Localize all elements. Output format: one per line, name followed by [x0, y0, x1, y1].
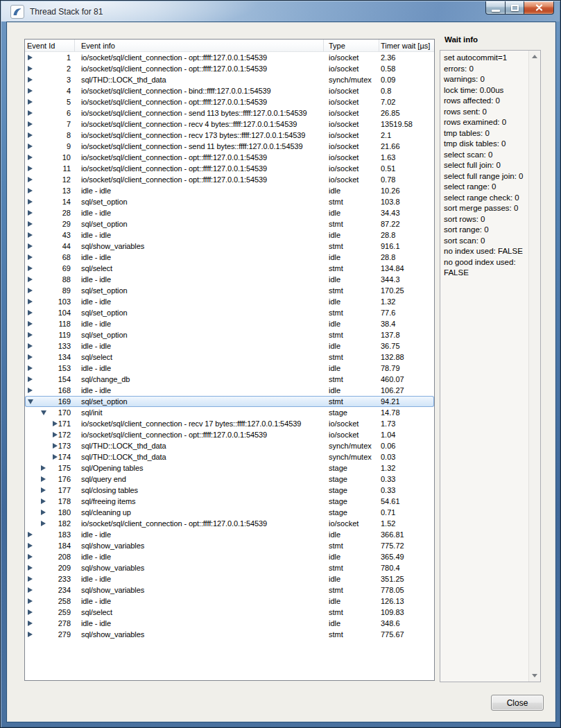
table-row[interactable]: 43 idle - idle idle 28.8	[25, 229, 434, 241]
table-row[interactable]: 183 idle - idle idle 366.81	[25, 529, 434, 540]
expand-arrow-icon[interactable]	[28, 88, 33, 94]
table-row[interactable]: 134 sql/select stmt 132.88	[25, 352, 434, 363]
expand-arrow-icon[interactable]	[28, 210, 33, 216]
scroll-up-button[interactable]	[529, 51, 540, 62]
expand-arrow-icon[interactable]	[28, 576, 33, 582]
expand-arrow-icon[interactable]	[53, 443, 58, 449]
table-row[interactable]: 12 io/socket/sql/client_connection - opt…	[25, 174, 434, 185]
titlebar[interactable]: Thread Stack for 81	[1, 1, 560, 21]
table-row[interactable]: 3 sql/THD::LOCK_thd_data synch/mutex 0.0…	[25, 74, 434, 85]
expand-arrow-icon[interactable]	[28, 66, 33, 71]
table-row[interactable]: 14 sql/set_option stmt 103.8	[25, 196, 434, 207]
expand-arrow-icon[interactable]	[53, 432, 58, 437]
table-row[interactable]: 173 sql/THD::LOCK_thd_data synch/mutex 0…	[25, 440, 434, 451]
expand-arrow-icon[interactable]	[28, 166, 33, 171]
wait-info-scrollbar[interactable]	[528, 51, 540, 682]
table-row[interactable]: 133 idle - idle idle 36.75	[25, 340, 434, 352]
table-row[interactable]: 168 idle - idle idle 106.27	[25, 385, 434, 396]
table-row[interactable]: 9 io/socket/sql/client_connection - send…	[25, 141, 434, 152]
expand-arrow-icon[interactable]	[41, 465, 46, 471]
table-row[interactable]: 69 sql/select stmt 134.84	[25, 263, 434, 274]
expand-arrow-icon[interactable]	[28, 254, 33, 260]
expand-arrow-icon[interactable]	[28, 243, 33, 249]
expand-arrow-icon[interactable]	[28, 532, 33, 537]
scroll-down-button[interactable]	[529, 670, 540, 682]
table-row[interactable]: 68 idle - idle idle 28.8	[25, 252, 434, 263]
expand-arrow-icon[interactable]	[53, 421, 58, 426]
scrollbar-track[interactable]	[529, 62, 540, 670]
table-row[interactable]: 279 sql/show_variables stmt 775.67	[25, 629, 434, 640]
table-row[interactable]: 89 sql/set_option stmt 170.25	[25, 285, 434, 296]
column-header-timer-wait[interactable]: Timer wait [µs]	[379, 40, 434, 51]
table-row[interactable]: 169 sql/set_option stmt 94.21	[25, 396, 434, 407]
maximize-button[interactable]	[506, 1, 524, 15]
expand-arrow-icon[interactable]	[28, 365, 33, 371]
close-button[interactable]: Close	[491, 695, 544, 711]
table-row[interactable]: 184 sql/show_variables stmt 775.72	[25, 540, 434, 551]
column-header-event-info[interactable]: Event info	[75, 40, 324, 51]
table-row[interactable]: 174 sql/THD::LOCK_thd_data synch/mutex 0…	[25, 451, 434, 462]
expand-arrow-icon[interactable]	[28, 177, 33, 182]
expand-arrow-icon[interactable]	[28, 288, 33, 293]
table-row[interactable]: 278 idle - idle idle 348.6	[25, 618, 434, 629]
table-row[interactable]: 177 sql/closing tables stage 0.33	[25, 485, 434, 496]
expand-arrow-icon[interactable]	[28, 343, 33, 349]
expand-arrow-icon[interactable]	[28, 277, 33, 282]
expand-arrow-icon[interactable]	[41, 476, 46, 482]
expand-arrow-icon[interactable]	[28, 110, 33, 116]
table-row[interactable]: 103 idle - idle idle 1.32	[25, 296, 434, 307]
expand-arrow-icon[interactable]	[28, 399, 33, 404]
expand-arrow-icon[interactable]	[28, 310, 33, 315]
table-row[interactable]: 153 idle - idle idle 78.79	[25, 363, 434, 374]
table-row[interactable]: 258 idle - idle idle 126.13	[25, 596, 434, 607]
table-row[interactable]: 10 io/socket/sql/client_connection - opt…	[25, 152, 434, 163]
table-row[interactable]: 13 idle - idle idle 10.26	[25, 185, 434, 196]
expand-arrow-icon[interactable]	[41, 510, 46, 515]
expand-arrow-icon[interactable]	[28, 376, 33, 382]
expand-arrow-icon[interactable]	[41, 487, 46, 493]
table-row[interactable]: 8 io/socket/sql/client_connection - recv…	[25, 130, 434, 141]
table-row[interactable]: 209 sql/show_variables stmt 780.4	[25, 562, 434, 573]
table-row[interactable]: 5 io/socket/sql/client_connection - opt:…	[25, 96, 434, 107]
expand-arrow-icon[interactable]	[28, 621, 33, 626]
app-icon[interactable]	[10, 5, 24, 19]
expand-arrow-icon[interactable]	[28, 543, 33, 548]
expand-arrow-icon[interactable]	[28, 199, 33, 205]
column-header-event-id[interactable]: Event Id	[25, 40, 75, 51]
table-row[interactable]: 1 io/socket/sql/client_connection - opt:…	[25, 52, 434, 63]
column-header-type[interactable]: Type	[324, 40, 379, 51]
table-row[interactable]: 178 sql/freeing items stage 54.61	[25, 496, 434, 507]
expand-arrow-icon[interactable]	[28, 388, 33, 393]
expand-arrow-icon[interactable]	[28, 144, 33, 149]
table-row[interactable]: 6 io/socket/sql/client_connection - send…	[25, 107, 434, 119]
table-row[interactable]: 28 idle - idle idle 34.43	[25, 207, 434, 218]
expand-arrow-icon[interactable]	[28, 565, 33, 571]
expand-arrow-icon[interactable]	[28, 321, 33, 327]
table-row[interactable]: 44 sql/show_variables stmt 916.1	[25, 241, 434, 252]
expand-arrow-icon[interactable]	[28, 632, 33, 637]
expand-arrow-icon[interactable]	[28, 354, 33, 360]
expand-arrow-icon[interactable]	[28, 554, 33, 560]
expand-arrow-icon[interactable]	[41, 521, 46, 526]
expand-arrow-icon[interactable]	[28, 188, 33, 193]
expand-arrow-icon[interactable]	[53, 454, 58, 460]
table-row[interactable]: 2 io/socket/sql/client_connection - opt:…	[25, 63, 434, 74]
expand-arrow-icon[interactable]	[41, 499, 46, 504]
expand-arrow-icon[interactable]	[28, 587, 33, 593]
table-row[interactable]: 234 sql/show_variables stmt 778.05	[25, 584, 434, 596]
table-row[interactable]: 175 sql/Opening tables stage 1.32	[25, 462, 434, 474]
expand-arrow-icon[interactable]	[41, 410, 46, 415]
table-row[interactable]: 259 sql/select stmt 109.83	[25, 607, 434, 618]
table-row[interactable]: 180 sql/cleaning up stage 0.71	[25, 507, 434, 518]
table-row[interactable]: 233 idle - idle idle 351.25	[25, 573, 434, 584]
table-row[interactable]: 154 sql/change_db stmt 460.07	[25, 374, 434, 385]
expand-arrow-icon[interactable]	[28, 155, 33, 160]
expand-arrow-icon[interactable]	[28, 77, 33, 83]
minimize-button[interactable]	[485, 1, 506, 15]
expand-arrow-icon[interactable]	[28, 99, 33, 105]
table-row[interactable]: 88 idle - idle idle 344.3	[25, 274, 434, 285]
table-row[interactable]: 7 io/socket/sql/client_connection - recv…	[25, 119, 434, 130]
table-row[interactable]: 29 sql/set_option stmt 87.22	[25, 218, 434, 229]
expand-arrow-icon[interactable]	[28, 221, 33, 227]
table-row[interactable]: 172 io/socket/sql/client_connection - op…	[25, 429, 434, 440]
